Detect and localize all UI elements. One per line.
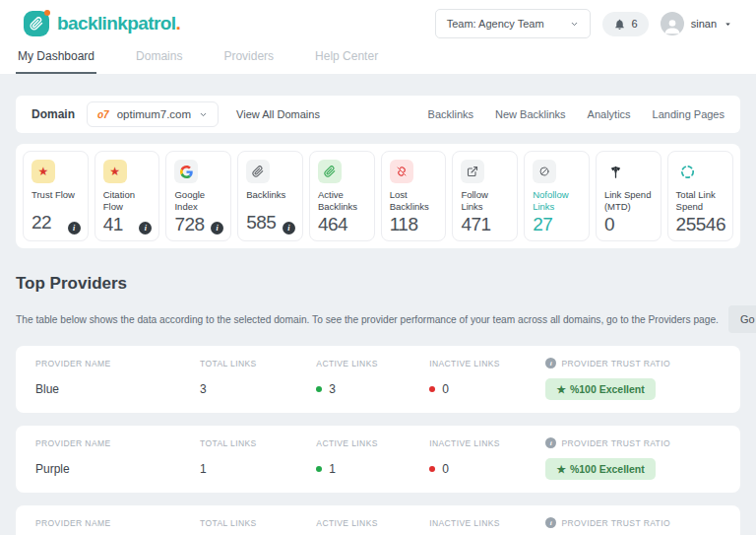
column-header-inactive-links: INACTIVE LINKS xyxy=(429,517,545,528)
column-header-provider-name: PROVIDER NAME xyxy=(35,358,200,368)
analytics-link[interactable]: Analytics xyxy=(588,108,631,120)
star-icon: ★ xyxy=(32,160,55,183)
stat-value: 471 xyxy=(461,214,510,235)
column-header-inactive-links: INACTIVE LINKS xyxy=(429,358,545,368)
landing-pages-link[interactable]: Landing Pages xyxy=(653,108,724,120)
info-icon[interactable]: i xyxy=(545,437,556,448)
user-menu[interactable]: sinan xyxy=(661,12,732,35)
trust-ratio-value: %100 Excellent xyxy=(570,463,645,475)
tab-my-dashboard[interactable]: My Dashboard xyxy=(16,43,96,74)
team-selector-value: Team: Agency Team xyxy=(447,18,544,30)
stat-value: 25546 xyxy=(676,214,725,235)
view-all-domains-link[interactable]: View All Domains xyxy=(236,108,320,120)
tab-domains[interactable]: Domains xyxy=(134,43,184,74)
google-icon xyxy=(174,160,198,183)
stat-value: 118 xyxy=(390,214,439,235)
active-links-value: 1 xyxy=(329,462,336,476)
bell-icon xyxy=(613,18,626,31)
paperclip-icon xyxy=(24,11,49,36)
split-arrow-icon xyxy=(604,160,628,183)
domain-label: Domain xyxy=(32,107,75,121)
stat-label: Active Backlinks xyxy=(318,189,367,214)
stat-card-backlinks: Backlinks 585 i xyxy=(237,151,303,241)
inactive-links-value: 0 xyxy=(442,382,449,396)
main-nav: My Dashboard Domains Providers Help Cent… xyxy=(0,43,756,75)
star-icon: ★ xyxy=(556,383,565,395)
stat-card-link-spend-mtd: Link Spend (MTD) 0 xyxy=(596,151,662,241)
stats-row: ★ Trust Flow 22 i ★ Citation Flow 41 i G… xyxy=(16,144,740,248)
provider-row-purple[interactable]: PROVIDER NAME TOTAL LINKS ACTIVE LINKS I… xyxy=(16,426,740,493)
column-header-total-links: TOTAL LINKS xyxy=(200,437,316,448)
go-to-providers-button[interactable]: Go to Providers xyxy=(728,305,756,333)
stat-value: 0 xyxy=(604,214,654,235)
dashed-circle-icon xyxy=(676,160,700,183)
app-header: backlinkpatrol. Team: Agency Team 6 sina… xyxy=(0,0,756,43)
info-icon[interactable]: i xyxy=(68,222,81,234)
stat-label: Follow Links xyxy=(461,189,510,214)
tab-help-center[interactable]: Help Center xyxy=(313,43,380,74)
stat-label: Link Spend (MTD) xyxy=(604,189,654,214)
column-header-inactive-links: INACTIVE LINKS xyxy=(429,437,545,448)
column-header-active-links: ACTIVE LINKS xyxy=(316,437,429,448)
info-icon[interactable]: i xyxy=(545,517,556,528)
stat-label: Lost Backlinks xyxy=(390,189,439,214)
column-header-active-links: ACTIVE LINKS xyxy=(316,358,429,368)
broken-link-icon xyxy=(390,160,413,183)
link-icon xyxy=(246,160,270,183)
inactive-dot-icon xyxy=(429,466,435,472)
inactive-links-value: 0 xyxy=(442,462,449,476)
inactive-dot-icon xyxy=(429,386,435,392)
domain-selector[interactable]: o7 optimum7.com xyxy=(87,101,219,127)
column-header-provider-name: PROVIDER NAME xyxy=(35,517,200,528)
notification-count: 6 xyxy=(632,18,638,30)
stat-value: 464 xyxy=(318,214,367,235)
domain-favicon: o7 xyxy=(97,109,109,120)
stat-card-nofollow-links: Nofollow Links 27 xyxy=(524,151,590,241)
stat-label: Google Index xyxy=(174,189,223,214)
active-dot-icon xyxy=(316,466,322,472)
dashboard-content: Domain o7 optimum7.com View All Domains … xyxy=(0,75,756,535)
tab-providers[interactable]: Providers xyxy=(221,43,276,74)
avatar xyxy=(661,12,684,35)
stat-card-follow-links: Follow Links 471 xyxy=(452,151,518,241)
domain-bar: Domain o7 optimum7.com View All Domains … xyxy=(16,96,740,133)
slash-circle-icon xyxy=(533,160,556,183)
stat-card-trust-flow: ★ Trust Flow 22 i xyxy=(23,151,89,241)
chevron-down-icon xyxy=(199,110,208,119)
trust-ratio-badge: ★%100 Excellent xyxy=(545,378,655,400)
column-header-total-links: TOTAL LINKS xyxy=(200,517,316,528)
domain-selector-value: optimum7.com xyxy=(117,108,191,120)
total-links-value: 1 xyxy=(200,458,316,480)
column-header-trust-ratio: PROVIDER TRUST RATIO xyxy=(561,359,670,368)
stat-label: Total Link Spend xyxy=(676,189,725,214)
info-icon[interactable]: i xyxy=(283,222,295,234)
column-header-trust-ratio: PROVIDER TRUST RATIO xyxy=(561,518,670,528)
logo[interactable]: backlinkpatrol. xyxy=(24,11,181,36)
column-header-active-links: ACTIVE LINKS xyxy=(316,517,429,528)
stat-label: Citation Flow xyxy=(103,189,153,214)
top-providers-title: Top Providers xyxy=(16,274,740,294)
logo-text: backlinkpatrol xyxy=(57,13,175,33)
trust-ratio-badge: ★%100 Excellent xyxy=(545,458,655,480)
provider-row-red[interactable]: PROVIDER NAME TOTAL LINKS ACTIVE LINKS I… xyxy=(16,505,740,535)
provider-row-blue[interactable]: PROVIDER NAME TOTAL LINKS ACTIVE LINKS I… xyxy=(16,346,740,413)
team-selector[interactable]: Team: Agency Team xyxy=(435,9,591,38)
link-icon xyxy=(318,160,342,183)
notifications-button[interactable]: 6 xyxy=(602,12,649,36)
caret-down-icon xyxy=(724,20,732,29)
stat-card-lost-backlinks: Lost Backlinks 118 xyxy=(381,151,447,241)
new-backlinks-link[interactable]: New Backlinks xyxy=(495,108,566,120)
stat-card-google-index: Google Index 728 i xyxy=(165,151,231,241)
provider-name: Blue xyxy=(35,378,200,400)
active-dot-icon xyxy=(316,386,322,392)
stat-card-citation-flow: ★ Citation Flow 41 i xyxy=(94,151,160,241)
top-providers-subtitle: The table below shows the data according… xyxy=(16,314,719,325)
stat-label: Nofollow Links xyxy=(533,189,582,214)
provider-name: Purple xyxy=(35,458,200,480)
external-link-icon xyxy=(461,160,484,183)
info-icon[interactable]: i xyxy=(545,358,556,368)
stat-value: 27 xyxy=(533,214,582,235)
active-links-value: 3 xyxy=(329,382,336,396)
column-header-total-links: TOTAL LINKS xyxy=(200,358,316,368)
backlinks-link[interactable]: Backlinks xyxy=(428,108,473,120)
